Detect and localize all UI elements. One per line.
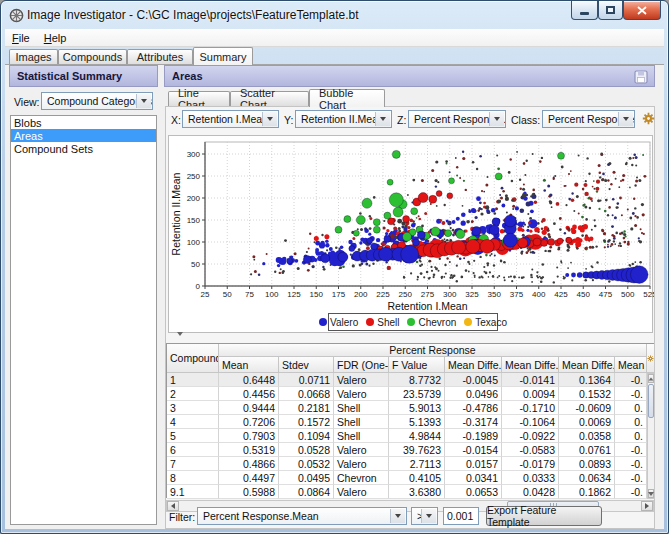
save-icon[interactable] — [634, 70, 648, 84]
table-cell[interactable]: 3.6380 — [389, 485, 445, 499]
axis-combobox-class[interactable]: Percent Response.F... — [542, 110, 635, 128]
filter-field-combobox[interactable]: Percent Response.Mean — [197, 507, 407, 525]
table-cell[interactable]: 0.0893 — [559, 457, 615, 471]
table-cell[interactable]: 0.0864 — [279, 485, 334, 499]
axis-combobox-z[interactable]: Percent Response.... — [408, 110, 506, 128]
table-cell[interactable]: -0. — [615, 457, 647, 471]
table-cell[interactable]: 0.0761 — [559, 443, 615, 457]
filter-operator-combobox[interactable]: > — [411, 507, 438, 525]
scroll-right-icon[interactable] — [641, 501, 653, 511]
minimize-button[interactable] — [571, 1, 598, 20]
table-cell[interactable]: 0.0634 — [559, 471, 615, 485]
table-cell[interactable]: -0.0154 — [445, 443, 502, 457]
view-combobox[interactable]: Compound Categories — [41, 92, 153, 110]
chevron-down-icon[interactable] — [262, 112, 277, 126]
table-cell[interactable]: 0.7903 — [219, 429, 279, 443]
table-cell[interactable]: -0.4786 — [445, 401, 502, 415]
title-bar[interactable]: Image Investigator - C:\GC Image\project… — [1, 1, 669, 29]
table-cell[interactable]: 0.4456 — [219, 387, 279, 401]
table-cell[interactable]: -0.0045 — [445, 373, 502, 387]
row-header[interactable]: 4 — [167, 415, 219, 429]
maximize-button[interactable] — [598, 1, 623, 20]
chart-settings-gear-icon[interactable] — [642, 112, 655, 125]
row-header[interactable]: 2 — [167, 387, 219, 401]
chevron-down-icon[interactable] — [421, 509, 436, 523]
table-cell[interactable]: 0.2181 — [279, 401, 334, 415]
table-cell[interactable]: -0.0609 — [559, 401, 615, 415]
row-header[interactable]: 8 — [167, 471, 219, 485]
vertical-scrollbar[interactable] — [647, 373, 655, 499]
menu-file[interactable]: File — [12, 32, 30, 44]
table-cell[interactable]: Valero — [334, 373, 389, 387]
row-header[interactable]: 5 — [167, 429, 219, 443]
table-cell[interactable]: 0.6448 — [219, 373, 279, 387]
chart-tab-bubble-chart[interactable]: Bubble Chart — [309, 89, 385, 107]
table-cell[interactable]: Valero — [334, 387, 389, 401]
table-cell[interactable]: 0.5988 — [219, 485, 279, 499]
column-header-2[interactable]: FDR (One-... — [334, 357, 389, 373]
table-cell[interactable]: 5.9013 — [389, 401, 445, 415]
filter-value-input[interactable]: 0.001 — [443, 507, 479, 525]
table-cell[interactable]: 2.7113 — [389, 457, 445, 471]
scroll-down-icon[interactable] — [648, 489, 654, 498]
table-cell[interactable]: 0.7206 — [219, 415, 279, 429]
scroll-left-icon[interactable] — [167, 501, 179, 511]
table-cell[interactable]: 0.1094 — [279, 429, 334, 443]
table-cell[interactable]: 0.4105 — [389, 471, 445, 485]
table-cell[interactable]: 0.0496 — [445, 387, 502, 401]
row-header[interactable]: 1 — [167, 373, 219, 387]
column-header-0[interactable]: Mean — [219, 357, 279, 373]
table-cell[interactable]: -0.0141 — [502, 373, 559, 387]
table-cell[interactable]: 0.0528 — [279, 443, 334, 457]
bubble-chart-canvas[interactable]: 2550751001251501752002252502753003253503… — [169, 136, 654, 334]
sidebar-item-areas[interactable]: Areas — [11, 129, 156, 142]
tab-images[interactable]: Images — [9, 49, 58, 64]
table-cell[interactable]: -0. — [615, 373, 647, 387]
chevron-down-icon[interactable] — [375, 112, 390, 126]
vertical-scroll-thumb[interactable] — [648, 384, 654, 418]
table-cell[interactable]: 0.9444 — [219, 401, 279, 415]
column-header-1[interactable]: Stdev — [279, 357, 334, 373]
tab-summary[interactable]: Summary — [193, 47, 253, 65]
chevron-down-icon[interactable] — [390, 509, 405, 523]
table-cell[interactable]: 0.0428 — [502, 485, 559, 499]
table-cell[interactable]: 0.0094 — [502, 387, 559, 401]
table-cell[interactable]: 0.4497 — [219, 471, 279, 485]
table-cell[interactable]: -0.1710 — [502, 401, 559, 415]
chevron-down-icon[interactable] — [489, 112, 504, 126]
table-cell[interactable]: Valero — [334, 485, 389, 499]
table-cell[interactable]: 5.1393 — [389, 415, 445, 429]
axis-combobox-x[interactable]: Retention I.Mean — [182, 110, 279, 128]
column-header-6[interactable]: Mean Diffe... — [559, 357, 615, 373]
table-cell[interactable]: 0.0668 — [279, 387, 334, 401]
table-cell[interactable]: 0.0532 — [279, 457, 334, 471]
table-cell[interactable]: 4.9844 — [389, 429, 445, 443]
table-cell[interactable]: -0.0583 — [502, 443, 559, 457]
close-button[interactable] — [623, 1, 661, 20]
table-settings-corner[interactable] — [647, 344, 655, 373]
table-cell[interactable]: -0. — [615, 485, 647, 499]
row-header[interactable]: 3 — [167, 401, 219, 415]
table-cell[interactable]: 8.7732 — [389, 373, 445, 387]
column-header-3[interactable]: F Value — [389, 357, 445, 373]
chart-tab-scatter-chart[interactable]: Scatter Chart — [230, 91, 309, 106]
table-cell[interactable]: 0.1862 — [559, 485, 615, 499]
chart-tab-line-chart[interactable]: Line Chart — [168, 91, 230, 106]
table-cell[interactable]: 0.0341 — [445, 471, 502, 485]
table-cell[interactable]: -0. — [615, 387, 647, 401]
menu-help[interactable]: Help — [44, 32, 67, 44]
axis-combobox-y[interactable]: Retention II.Mean — [295, 110, 392, 128]
table-cell[interactable]: 23.5739 — [389, 387, 445, 401]
sidebar-item-blobs[interactable]: Blobs — [11, 116, 156, 129]
table-cell[interactable]: -0. — [615, 471, 647, 485]
table-cell[interactable]: -0.0922 — [502, 429, 559, 443]
table-cell[interactable]: 0. — [615, 415, 647, 429]
table-cell[interactable]: 0.1532 — [559, 387, 615, 401]
row-header[interactable]: 7 — [167, 457, 219, 471]
table-cell[interactable]: -0.3174 — [445, 415, 502, 429]
table-cell[interactable]: 0.0711 — [279, 373, 334, 387]
chevron-down-icon[interactable] — [136, 94, 151, 108]
table-cell[interactable]: Chevron — [334, 471, 389, 485]
column-header-compound[interactable]: Compound ... — [167, 344, 219, 373]
table-cell[interactable]: Shell — [334, 415, 389, 429]
